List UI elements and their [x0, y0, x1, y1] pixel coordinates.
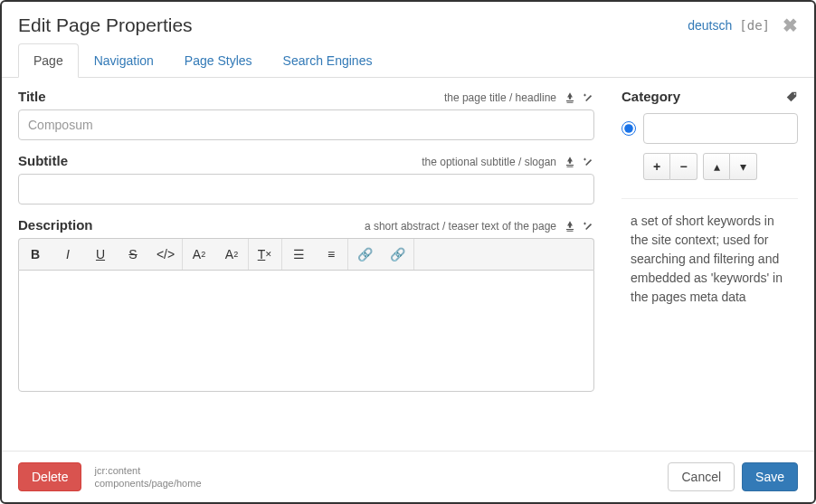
path-info: jcr:content components/page/home [94, 464, 201, 490]
translate-icon[interactable] [564, 220, 576, 233]
ordered-list-button[interactable]: ≡ [315, 239, 347, 270]
title-hint: the page title / headline [444, 91, 556, 104]
language-code: [de] [739, 18, 770, 33]
cancel-button[interactable]: Cancel [668, 462, 735, 491]
add-button[interactable]: + [643, 153, 670, 180]
move-up-button[interactable]: ▴ [703, 153, 730, 180]
magic-icon[interactable] [582, 220, 594, 233]
dialog-header: Edit Page Properties deutsch [de] ✖ [2, 2, 814, 43]
category-label: Category [621, 89, 680, 104]
magic-icon[interactable] [582, 156, 594, 168]
category-radio[interactable] [621, 121, 636, 136]
remove-button[interactable]: − [670, 153, 697, 180]
tab-page-styles[interactable]: Page Styles [169, 43, 268, 78]
move-down-button[interactable]: ▾ [730, 153, 757, 180]
header-right: deutsch [de] ✖ [688, 14, 798, 36]
description-label: Description [18, 217, 93, 233]
superscript-button[interactable]: A2 [183, 239, 215, 270]
tab-bar: Page Navigation Page Styles Search Engin… [2, 43, 814, 78]
subtitle-label: Subtitle [18, 153, 68, 168]
unlink-button[interactable]: 🔗 [381, 239, 413, 270]
field-title: Title the page title / headline [18, 89, 594, 140]
right-column: Category + − ▴ ▾ a set of short keywords… [621, 89, 798, 440]
close-icon[interactable]: ✖ [783, 14, 798, 36]
dialog-body: Title the page title / headline Subtitle [2, 78, 814, 451]
title-label: Title [18, 89, 46, 104]
magic-icon[interactable] [582, 91, 594, 104]
field-description: Description a short abstract / teaser te… [18, 217, 594, 392]
delete-button[interactable]: Delete [18, 462, 81, 491]
description-editor[interactable] [18, 270, 594, 392]
subscript-button[interactable]: A2 [215, 239, 248, 270]
code-button[interactable]: </> [149, 239, 182, 270]
save-button[interactable]: Save [742, 462, 798, 491]
subtitle-input[interactable] [18, 174, 594, 204]
translate-icon[interactable] [564, 156, 576, 168]
tab-search-engines[interactable]: Search Engines [268, 43, 388, 78]
category-buttons: + − ▴ ▾ [643, 153, 798, 180]
edit-page-dialog: Edit Page Properties deutsch [de] ✖ Page… [0, 0, 816, 504]
tab-page[interactable]: Page [18, 43, 79, 78]
tag-icon [785, 90, 798, 103]
category-input[interactable] [643, 113, 798, 144]
category-row [621, 113, 798, 144]
category-help: a set of short keywords in the site cont… [621, 198, 798, 316]
language-link[interactable]: deutsch [688, 18, 732, 33]
bold-button[interactable]: B [19, 239, 52, 270]
tab-navigation[interactable]: Navigation [79, 43, 169, 78]
link-button[interactable]: 🔗 [348, 239, 381, 270]
strike-button[interactable]: S [117, 239, 149, 270]
underline-button[interactable]: U [84, 239, 117, 270]
field-subtitle: Subtitle the optional subtitle / slogan [18, 153, 594, 204]
clear-format-button[interactable]: T✕ [249, 239, 281, 270]
left-column: Title the page title / headline Subtitle [18, 89, 594, 440]
unordered-list-button[interactable]: ☰ [282, 239, 315, 270]
rte-toolbar: B I U S </> A2 A2 T✕ ☰ ≡ [18, 238, 594, 270]
subtitle-hint: the optional subtitle / slogan [422, 156, 556, 168]
dialog-footer: Delete jcr:content components/page/home … [2, 451, 814, 502]
italic-button[interactable]: I [52, 239, 84, 270]
path-name: jcr:content [94, 464, 201, 477]
title-input[interactable] [18, 109, 594, 140]
description-hint: a short abstract / teaser text of the pa… [365, 220, 556, 233]
path-type: components/page/home [94, 477, 201, 490]
translate-icon[interactable] [564, 91, 576, 104]
dialog-title: Edit Page Properties [18, 14, 193, 36]
